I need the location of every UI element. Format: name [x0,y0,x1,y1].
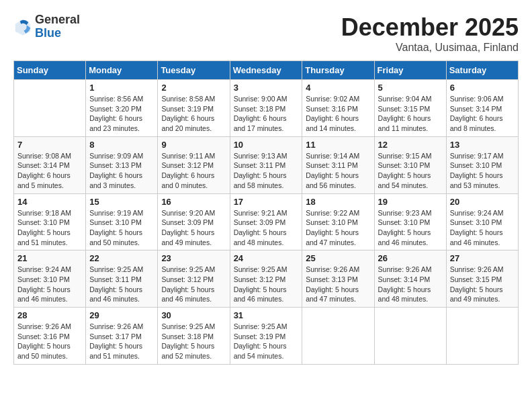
calendar-week-row: 1Sunrise: 8:56 AM Sunset: 3:20 PM Daylig… [14,80,519,137]
calendar-cell: 27Sunrise: 9:26 AM Sunset: 3:15 PM Dayli… [446,250,518,308]
day-number: 28 [17,310,82,320]
day-info: Sunrise: 9:25 AM Sunset: 3:19 PM Dayligh… [234,322,299,361]
day-number: 10 [234,140,299,150]
calendar-cell: 9Sunrise: 9:11 AM Sunset: 3:12 PM Daylig… [158,136,230,193]
title-block: December 2025 Vantaa, Uusimaa, Finland [341,13,519,54]
day-info: Sunrise: 9:25 AM Sunset: 3:12 PM Dayligh… [161,265,226,304]
day-number: 21 [17,253,82,263]
day-number: 4 [306,83,370,93]
day-number: 6 [450,83,515,93]
calendar-cell: 5Sunrise: 9:04 AM Sunset: 3:15 PM Daylig… [374,80,446,137]
calendar-cell: 8Sunrise: 9:09 AM Sunset: 3:13 PM Daylig… [86,136,158,193]
day-number: 3 [234,83,299,93]
calendar-cell: 23Sunrise: 9:25 AM Sunset: 3:12 PM Dayli… [158,250,230,308]
day-number: 5 [378,83,443,93]
day-info: Sunrise: 9:15 AM Sunset: 3:10 PM Dayligh… [378,151,443,191]
day-info: Sunrise: 8:56 AM Sunset: 3:20 PM Dayligh… [89,94,154,134]
day-number: 29 [89,310,154,320]
calendar-cell: 12Sunrise: 9:15 AM Sunset: 3:10 PM Dayli… [374,136,446,193]
day-number: 22 [89,253,154,263]
day-info: Sunrise: 9:04 AM Sunset: 3:15 PM Dayligh… [378,94,443,134]
calendar-cell: 28Sunrise: 9:26 AM Sunset: 3:16 PM Dayli… [14,308,86,365]
day-info: Sunrise: 9:18 AM Sunset: 3:10 PM Dayligh… [17,208,82,248]
day-number: 17 [234,197,299,207]
day-info: Sunrise: 9:23 AM Sunset: 3:10 PM Dayligh… [378,208,443,248]
day-number: 31 [234,310,299,320]
day-number: 2 [161,83,226,93]
calendar-cell [14,80,86,137]
day-info: Sunrise: 9:24 AM Sunset: 3:10 PM Dayligh… [450,208,515,248]
day-info: Sunrise: 9:09 AM Sunset: 3:13 PM Dayligh… [89,151,154,191]
calendar-week-row: 14Sunrise: 9:18 AM Sunset: 3:10 PM Dayli… [14,193,519,250]
day-info: Sunrise: 9:06 AM Sunset: 3:14 PM Dayligh… [450,94,515,134]
calendar-cell: 30Sunrise: 9:25 AM Sunset: 3:18 PM Dayli… [158,308,230,365]
calendar-header-row: SundayMondayTuesdayWednesdayThursdayFrid… [14,61,519,80]
day-number: 15 [89,197,154,207]
calendar-cell: 24Sunrise: 9:25 AM Sunset: 3:12 PM Dayli… [230,250,302,308]
day-number: 25 [306,253,370,263]
calendar-cell: 22Sunrise: 9:25 AM Sunset: 3:11 PM Dayli… [86,250,158,308]
day-info: Sunrise: 9:08 AM Sunset: 3:14 PM Dayligh… [17,151,82,191]
calendar-cell: 25Sunrise: 9:26 AM Sunset: 3:13 PM Dayli… [302,250,374,308]
day-number: 18 [306,197,370,207]
day-number: 7 [17,140,82,150]
day-info: Sunrise: 9:14 AM Sunset: 3:11 PM Dayligh… [306,151,370,191]
day-info: Sunrise: 9:17 AM Sunset: 3:10 PM Dayligh… [450,151,515,191]
day-of-week-header: Wednesday [230,61,302,80]
day-info: Sunrise: 9:25 AM Sunset: 3:18 PM Dayligh… [161,322,226,361]
calendar-cell: 26Sunrise: 9:26 AM Sunset: 3:14 PM Dayli… [374,250,446,308]
location: Vantaa, Uusimaa, Finland [341,42,519,54]
day-number: 11 [306,140,370,150]
calendar-cell: 4Sunrise: 9:02 AM Sunset: 3:16 PM Daylig… [302,80,374,137]
calendar-week-row: 21Sunrise: 9:24 AM Sunset: 3:10 PM Dayli… [14,250,519,308]
day-of-week-header: Friday [374,61,446,80]
logo-icon [13,17,32,36]
day-of-week-header: Monday [86,61,158,80]
day-number: 16 [161,197,226,207]
logo-general: General [35,13,80,27]
day-info: Sunrise: 9:11 AM Sunset: 3:12 PM Dayligh… [161,151,226,191]
day-info: Sunrise: 9:24 AM Sunset: 3:10 PM Dayligh… [17,265,82,304]
day-number: 24 [234,253,299,263]
day-info: Sunrise: 9:26 AM Sunset: 3:14 PM Dayligh… [378,265,443,304]
day-number: 23 [161,253,226,263]
calendar-table: SundayMondayTuesdayWednesdayThursdayFrid… [13,60,519,365]
calendar-cell: 1Sunrise: 8:56 AM Sunset: 3:20 PM Daylig… [86,80,158,137]
day-info: Sunrise: 9:25 AM Sunset: 3:11 PM Dayligh… [89,265,154,304]
calendar-cell: 18Sunrise: 9:22 AM Sunset: 3:10 PM Dayli… [302,193,374,250]
day-info: Sunrise: 9:26 AM Sunset: 3:16 PM Dayligh… [17,322,82,361]
calendar-cell: 15Sunrise: 9:19 AM Sunset: 3:10 PM Dayli… [86,193,158,250]
day-number: 19 [378,197,443,207]
day-of-week-header: Thursday [302,61,374,80]
calendar-cell [446,308,518,365]
calendar-cell: 19Sunrise: 9:23 AM Sunset: 3:10 PM Dayli… [374,193,446,250]
day-info: Sunrise: 9:02 AM Sunset: 3:16 PM Dayligh… [306,94,370,134]
calendar-cell: 2Sunrise: 8:58 AM Sunset: 3:19 PM Daylig… [158,80,230,137]
calendar-cell: 16Sunrise: 9:20 AM Sunset: 3:09 PM Dayli… [158,193,230,250]
day-number: 30 [161,310,226,320]
day-info: Sunrise: 8:58 AM Sunset: 3:19 PM Dayligh… [161,94,226,134]
day-number: 27 [450,253,515,263]
day-number: 12 [378,140,443,150]
day-number: 1 [89,83,154,93]
day-info: Sunrise: 9:19 AM Sunset: 3:10 PM Dayligh… [89,208,154,248]
calendar-cell: 14Sunrise: 9:18 AM Sunset: 3:10 PM Dayli… [14,193,86,250]
calendar-cell [302,308,374,365]
calendar-week-row: 28Sunrise: 9:26 AM Sunset: 3:16 PM Dayli… [14,308,519,365]
day-info: Sunrise: 9:25 AM Sunset: 3:12 PM Dayligh… [234,265,299,304]
calendar-cell: 21Sunrise: 9:24 AM Sunset: 3:10 PM Dayli… [14,250,86,308]
day-number: 9 [161,140,226,150]
calendar-cell: 13Sunrise: 9:17 AM Sunset: 3:10 PM Dayli… [446,136,518,193]
day-number: 13 [450,140,515,150]
day-info: Sunrise: 9:26 AM Sunset: 3:17 PM Dayligh… [89,322,154,361]
calendar-cell: 7Sunrise: 9:08 AM Sunset: 3:14 PM Daylig… [14,136,86,193]
day-info: Sunrise: 9:13 AM Sunset: 3:11 PM Dayligh… [234,151,299,191]
calendar-cell [374,308,446,365]
calendar-week-row: 7Sunrise: 9:08 AM Sunset: 3:14 PM Daylig… [14,136,519,193]
calendar-cell: 11Sunrise: 9:14 AM Sunset: 3:11 PM Dayli… [302,136,374,193]
day-number: 14 [17,197,82,207]
logo: General Blue [13,13,80,40]
day-info: Sunrise: 9:20 AM Sunset: 3:09 PM Dayligh… [161,208,226,248]
day-info: Sunrise: 9:22 AM Sunset: 3:10 PM Dayligh… [306,208,370,248]
calendar-cell: 29Sunrise: 9:26 AM Sunset: 3:17 PM Dayli… [86,308,158,365]
